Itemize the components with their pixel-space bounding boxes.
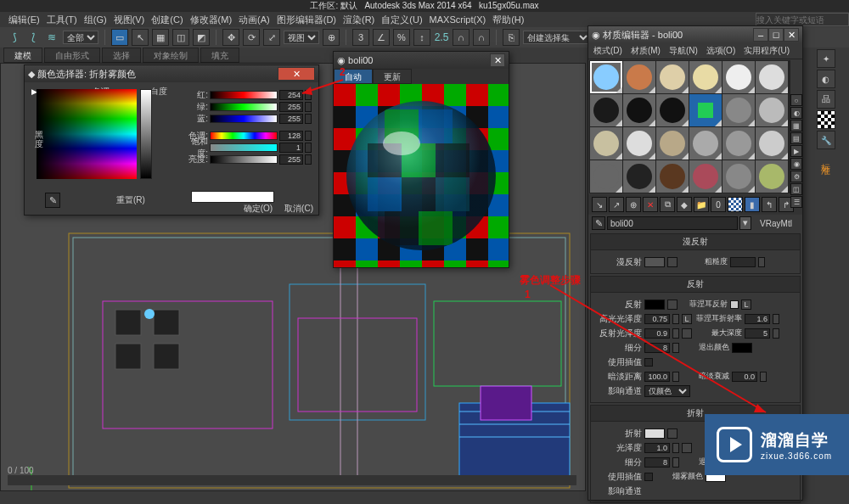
rollup-reflect-header[interactable]: 反射 <box>591 277 800 293</box>
show-end-icon[interactable]: ▮ <box>745 197 760 212</box>
select-button[interactable]: ▭ <box>111 29 128 46</box>
r-value[interactable]: 254 <box>279 90 303 100</box>
put-to-lib-icon[interactable]: 📁 <box>694 197 709 212</box>
sample-slot[interactable] <box>689 94 722 126</box>
tab-populate[interactable]: 填充 <box>200 48 239 63</box>
glossy-value[interactable]: 1.0 <box>644 443 670 453</box>
menu-view[interactable]: 视图(V) <box>114 14 145 26</box>
maxdepth-spinner[interactable] <box>773 328 779 339</box>
sample-slot[interactable] <box>689 160 722 193</box>
tab-freeform[interactable]: 自由形式 <box>44 48 100 63</box>
time-slider[interactable] <box>8 475 576 485</box>
mat-menu-options[interactable]: 选项(O) <box>706 45 735 57</box>
sample-slot[interactable] <box>623 94 655 126</box>
sample-slot[interactable] <box>590 94 622 126</box>
bind-icon[interactable]: ≋ <box>44 30 59 45</box>
tab-selection[interactable]: 选择 <box>102 48 141 63</box>
diffuse-swatch[interactable] <box>644 257 665 267</box>
refract-swatch[interactable] <box>644 428 665 439</box>
select-arrow-icon[interactable]: ↖ <box>132 29 149 46</box>
scale-icon[interactable]: ⤢ <box>263 29 280 46</box>
menu-graph[interactable]: 图形编辑器(D) <box>277 14 336 26</box>
coord-combo[interactable]: 视图 <box>284 31 319 44</box>
sample-slot[interactable] <box>590 160 622 193</box>
unlink-icon[interactable]: ⟅ <box>25 30 41 45</box>
r-slider[interactable] <box>210 91 278 99</box>
material-name-input[interactable] <box>607 216 738 230</box>
assign-icon[interactable]: ⊕ <box>626 197 641 212</box>
sample-slot[interactable] <box>756 61 788 93</box>
magnet-icon[interactable]: ∩ <box>453 29 469 46</box>
modify-tab-icon[interactable]: ◐ <box>817 70 835 88</box>
subdiv2-spinner[interactable] <box>672 457 679 468</box>
filter-combo[interactable]: 全部 <box>63 31 98 44</box>
reset-button[interactable]: 重置(R) <box>116 194 145 206</box>
h-value[interactable]: 128 <box>279 131 303 141</box>
spinner-snap-icon[interactable]: ↕ <box>413 29 430 46</box>
select-by-mat-icon[interactable]: ◫ <box>790 183 802 195</box>
dimdist-value[interactable]: 100.0 <box>644 372 670 382</box>
minimize-button[interactable]: – <box>753 28 768 42</box>
video-check-icon[interactable]: ▶ <box>790 145 802 157</box>
sample-slot[interactable] <box>656 160 689 193</box>
s-slider[interactable] <box>210 143 278 152</box>
sample-slot[interactable] <box>656 61 689 93</box>
cancel-button[interactable]: 取消(C) <box>284 203 313 215</box>
menu-customize[interactable]: 自定义(U) <box>381 14 422 26</box>
create-tab-icon[interactable]: ✦ <box>817 49 835 68</box>
background-icon[interactable]: ▦ <box>790 120 802 132</box>
hglossy-spinner[interactable] <box>672 314 679 324</box>
mat-menu-mode[interactable]: 模式(D) <box>593 45 622 57</box>
glossy-map[interactable] <box>682 443 692 453</box>
make-unique-icon[interactable]: ◆ <box>677 197 692 212</box>
rglossy-value[interactable]: 0.9 <box>644 328 670 339</box>
link-icon[interactable]: ⟆ <box>7 30 22 45</box>
sample-type-icon[interactable]: ○ <box>790 94 802 106</box>
rglossy-map[interactable] <box>682 328 692 339</box>
menu-maxscript[interactable]: MAXScript(X) <box>430 14 486 25</box>
sample-slot[interactable] <box>722 61 755 93</box>
show-map-icon[interactable] <box>728 197 743 212</box>
sample-slot[interactable] <box>689 127 722 160</box>
tab-modeling[interactable]: 建模 <box>3 48 42 63</box>
magnet2-icon[interactable]: ∩ <box>473 29 490 46</box>
sample-slot[interactable] <box>623 127 655 160</box>
menu-edit[interactable]: 编辑(E) <box>8 14 40 26</box>
preview-icon[interactable]: ◉ <box>790 158 802 170</box>
dimdist-spinner[interactable] <box>672 372 679 382</box>
sample-slot[interactable] <box>756 160 788 193</box>
angle-snap-icon[interactable]: ∠ <box>373 29 390 46</box>
v-spinner[interactable] <box>305 154 312 165</box>
reflect-swatch[interactable] <box>644 300 665 310</box>
percent-snap-icon[interactable]: % <box>393 29 410 46</box>
menu-help[interactable]: 帮助(H) <box>492 14 524 26</box>
useinterp-checkbox[interactable] <box>644 358 653 367</box>
sample-slot[interactable] <box>722 160 755 193</box>
sample-slot[interactable] <box>722 94 755 126</box>
close-button[interactable]: ✕ <box>490 53 505 67</box>
rough-value[interactable] <box>730 257 756 267</box>
glossy-spinner[interactable] <box>672 443 679 453</box>
matid-icon[interactable]: 0 <box>711 197 726 212</box>
window-crossing-icon[interactable]: ◩ <box>193 29 210 46</box>
g-value[interactable]: 255 <box>279 102 303 112</box>
sample-slot[interactable] <box>756 127 788 160</box>
sample-slot[interactable] <box>590 61 622 93</box>
maxdepth-value[interactable]: 5 <box>745 328 770 339</box>
v-slider[interactable] <box>210 155 278 164</box>
mat-menu-material[interactable]: 材质(M) <box>631 45 661 57</box>
display-tab-icon[interactable] <box>817 110 835 129</box>
g-slider[interactable] <box>210 103 278 111</box>
select-region-icon[interactable]: ◫ <box>172 29 189 46</box>
utilities-tab-icon[interactable]: 🔧 <box>817 131 835 149</box>
fresnel-ior-value[interactable]: 1.6 <box>745 314 770 324</box>
go-parent-icon[interactable]: ↰ <box>762 197 777 212</box>
sample-slot[interactable] <box>590 127 622 160</box>
rotate-icon[interactable]: ⟳ <box>243 29 260 46</box>
subdiv-spinner[interactable] <box>672 343 679 353</box>
sample-slot[interactable] <box>623 61 655 93</box>
fresnel-checkbox[interactable] <box>730 300 739 309</box>
menu-animation[interactable]: 动画(A) <box>239 14 270 26</box>
subdiv-value[interactable]: 8 <box>644 343 670 353</box>
fresnel-ior-spinner[interactable] <box>773 314 779 324</box>
